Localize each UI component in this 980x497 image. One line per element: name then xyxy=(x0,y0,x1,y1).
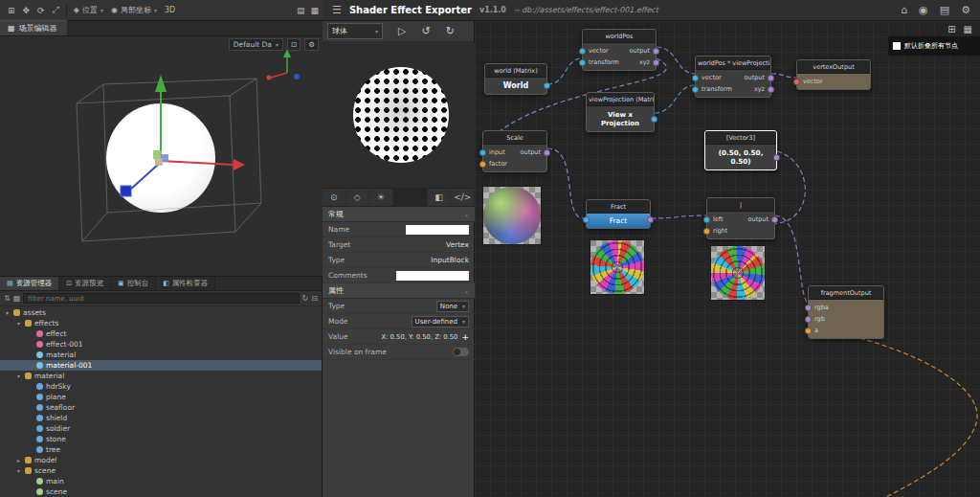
input-port[interactable] xyxy=(579,48,586,55)
light-icon[interactable]: ☀ xyxy=(369,189,393,206)
home-icon[interactable]: ⌂ xyxy=(901,4,907,16)
frame-icon[interactable]: ⊡ xyxy=(287,38,301,51)
tree-item-model[interactable]: ▸model xyxy=(0,455,322,465)
code-icon[interactable]: </> xyxy=(451,189,475,206)
scene-viewport[interactable]: Default Da ▾ ⊡ ⚙ xyxy=(0,36,323,277)
dimension-toggle[interactable]: 3D xyxy=(161,5,179,15)
expander-icon[interactable]: ▸ xyxy=(15,457,22,463)
output-port[interactable] xyxy=(544,149,550,156)
select-tool-icon[interactable]: ⊞ xyxy=(4,5,19,16)
input-port[interactable] xyxy=(793,79,800,85)
node-world-matrix[interactable]: world (Matrix) World xyxy=(484,63,547,95)
tree-item-hdrSky[interactable]: hdrSky xyxy=(0,381,322,392)
coordinate-mode-dropdown[interactable]: ◉ 局部坐标 ▾ xyxy=(107,4,161,16)
move-tool-icon[interactable]: ✥ xyxy=(19,5,34,16)
node-fract[interactable]: Fract Fract xyxy=(586,199,651,229)
output-port[interactable] xyxy=(653,59,659,66)
scale-tool-icon[interactable]: ⤢ xyxy=(49,4,63,16)
camera-dropdown[interactable]: Default Da ▾ xyxy=(229,38,283,51)
input-port[interactable] xyxy=(583,216,590,223)
comments-input[interactable] xyxy=(396,271,469,281)
node-worldpos[interactable]: worldPos vector output transform xyz xyxy=(582,29,657,71)
gizmo-center-handles[interactable] xyxy=(153,150,168,166)
preview-shape-dropdown[interactable]: 球体 ▾ xyxy=(327,23,383,39)
tree-item-material[interactable]: material xyxy=(0,350,322,360)
tree-item-assets[interactable]: ▾assets xyxy=(0,307,322,318)
command-palette-icon[interactable]: ⊞ xyxy=(947,24,955,34)
tree-item-material-001[interactable]: material-001 xyxy=(0,360,322,371)
section-properties[interactable]: 属性 ⌄ xyxy=(323,283,475,299)
github-icon[interactable]: ◉ xyxy=(919,4,928,16)
input-port[interactable] xyxy=(579,59,586,66)
gizmo-y-axis[interactable] xyxy=(155,75,167,157)
tree-item-effects[interactable]: ▾effects xyxy=(0,318,322,328)
tree-item-soldier[interactable]: soldier xyxy=(0,423,322,434)
pivot-mode-dropdown[interactable]: ◈ 位置 ▾ xyxy=(70,4,107,16)
hamburger-menu-icon[interactable]: ☰ xyxy=(332,4,342,16)
node-viewprojection-matrix[interactable]: viewProjection (Matrix) View x Projectio… xyxy=(586,92,655,132)
output-port[interactable] xyxy=(768,86,774,93)
wireframe-icon[interactable]: ◇ xyxy=(346,189,370,206)
input-port[interactable] xyxy=(805,305,812,311)
view-mode-icon[interactable]: ▦ xyxy=(13,294,21,303)
tab-console[interactable]: ▣ 控制台 xyxy=(111,277,156,290)
gizmo-z-axis[interactable] xyxy=(121,164,159,196)
orbit-icon[interactable]: ⊙ xyxy=(323,189,346,206)
docs-icon[interactable]: ▤ xyxy=(940,4,949,16)
visible-toggle[interactable] xyxy=(453,348,469,356)
layout-icon[interactable]: ▤ xyxy=(297,6,305,15)
node-fragmentoutput[interactable]: fragmentOutput rgba rgb a xyxy=(808,285,884,339)
tree-item-main[interactable]: main xyxy=(0,476,322,486)
tab-asset-preview[interactable]: ⊡ 资源预览 xyxy=(59,277,111,290)
expander-icon[interactable]: ▾ xyxy=(15,320,22,327)
refresh-icon[interactable]: ↻ xyxy=(302,294,309,303)
viewport-settings-icon[interactable]: ⚙ xyxy=(304,38,319,51)
minimap-icon[interactable]: ▦ xyxy=(964,24,972,34)
tab-inspector[interactable]: ◧ 属性检查器 xyxy=(156,277,215,290)
rotate-tool-icon[interactable]: ⟳ xyxy=(33,5,49,16)
output-port[interactable] xyxy=(647,216,654,223)
tree-item-plane[interactable]: plane xyxy=(0,392,322,402)
tree-item-shield[interactable]: shield xyxy=(0,413,322,423)
input-port[interactable] xyxy=(479,149,486,156)
collapse-all-icon[interactable]: ⊟ xyxy=(311,294,318,303)
input-port[interactable] xyxy=(479,161,486,168)
output-port[interactable] xyxy=(653,48,659,55)
input-port[interactable] xyxy=(805,316,812,323)
input-port[interactable] xyxy=(692,75,699,81)
node-vertexoutput[interactable]: vertexOutput vector xyxy=(796,59,871,90)
add-button[interactable]: + xyxy=(461,332,469,342)
tree-item-tree[interactable]: tree xyxy=(0,444,322,455)
prop-mode-select[interactable]: User-defined ▾ xyxy=(412,316,469,328)
output-port[interactable] xyxy=(773,154,780,161)
asset-search-input[interactable] xyxy=(23,293,299,304)
input-port[interactable] xyxy=(703,228,710,235)
output-port[interactable] xyxy=(651,116,657,123)
name-input[interactable] xyxy=(406,225,469,235)
expander-icon[interactable]: ▾ xyxy=(4,309,11,316)
tree-item-scene[interactable]: ▾scene xyxy=(0,465,322,476)
node-worldpos-mult-viewprojection[interactable]: worldPos * viewProjecti... vector output… xyxy=(695,56,771,98)
tree-item-effect[interactable]: effect xyxy=(0,328,322,339)
orientation-gizmo[interactable] xyxy=(267,49,301,80)
output-port[interactable] xyxy=(544,82,550,89)
sort-icon[interactable]: ⇅ xyxy=(4,294,11,303)
node-vector3[interactable]: [Vector3] (0.50, 0.50, 0.50) xyxy=(704,130,777,170)
tree-item-seafloor[interactable]: seafloor xyxy=(0,402,322,413)
tree-item-material[interactable]: ▾material xyxy=(0,371,322,381)
output-port[interactable] xyxy=(771,216,778,223)
expander-icon[interactable]: ▾ xyxy=(15,373,22,379)
tab-scene-editor[interactable]: ▦ 场景编辑器 xyxy=(0,20,67,35)
input-port[interactable] xyxy=(692,86,699,93)
collapse-checkbox[interactable] xyxy=(893,42,901,50)
node-scale[interactable]: Scale input output factor xyxy=(482,130,547,172)
section-general[interactable]: 常规 ⌄ xyxy=(323,207,475,222)
play-button[interactable]: ▷ xyxy=(398,25,406,37)
tree-item-effect-001[interactable]: effect-001 xyxy=(0,339,322,350)
background-slider[interactable] xyxy=(393,189,428,206)
background-icon[interactable]: ◧ xyxy=(428,189,452,206)
tree-item-stone[interactable]: stone xyxy=(0,434,322,444)
output-port[interactable] xyxy=(768,75,774,81)
reset-preview-button[interactable]: ↺ xyxy=(421,25,430,37)
bug-report-icon[interactable]: ⚙ xyxy=(961,4,970,16)
